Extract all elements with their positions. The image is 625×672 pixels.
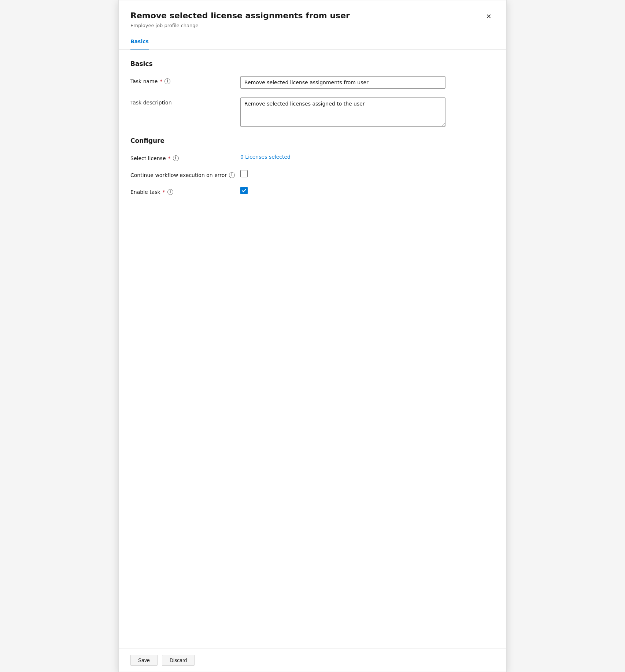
select-license-row: Select license * i 0 Licenses selected [130, 153, 495, 161]
title-area: Remove selected license assignments from… [130, 11, 483, 28]
select-license-label: Select license * i [130, 153, 240, 161]
continue-workflow-control [240, 170, 495, 177]
task-description-control: Remove selected licenses assigned to the… [240, 97, 495, 128]
continue-workflow-info-icon[interactable]: i [229, 172, 235, 178]
close-icon: ✕ [486, 13, 491, 20]
dialog-container: Remove selected license assignments from… [118, 0, 507, 672]
enable-task-info-icon[interactable]: i [167, 189, 173, 195]
task-description-row: Task description Remove selected license… [130, 97, 495, 128]
select-license-control: 0 Licenses selected [240, 153, 495, 160]
dialog-header: Remove selected license assignments from… [119, 0, 506, 34]
continue-workflow-label: Continue workflow execution on error i [130, 170, 240, 178]
basics-section-title: Basics [130, 60, 495, 67]
check-icon [241, 188, 247, 193]
close-button[interactable]: ✕ [483, 11, 495, 22]
dialog-content: Basics Task name * i Task description Re… [119, 50, 506, 649]
discard-button[interactable]: Discard [162, 655, 195, 666]
task-description-label: Task description [130, 97, 240, 106]
task-name-info-icon[interactable]: i [164, 78, 170, 84]
select-license-required: * [168, 155, 171, 161]
dialog-title: Remove selected license assignments from… [130, 11, 483, 21]
dialog-footer: Save Discard [119, 649, 506, 672]
tabs-bar: Basics [119, 34, 506, 50]
license-link[interactable]: 0 Licenses selected [240, 154, 291, 160]
continue-workflow-checkbox[interactable] [240, 170, 248, 177]
save-button[interactable]: Save [130, 655, 158, 666]
dialog-subtitle: Employee job profile change [130, 23, 483, 28]
enable-task-control [240, 187, 495, 194]
task-name-row: Task name * i [130, 76, 495, 89]
task-name-control [240, 76, 495, 89]
enable-task-checkbox-container [240, 187, 495, 194]
task-name-label: Task name * i [130, 76, 240, 84]
enable-task-label: Enable task * i [130, 187, 240, 195]
select-license-info-icon[interactable]: i [173, 155, 179, 161]
configure-section-title: Configure [130, 137, 495, 144]
configure-section: Configure Select license * i 0 Licenses … [130, 137, 495, 195]
enable-task-row: Enable task * i [130, 187, 495, 195]
enable-task-required: * [163, 189, 165, 195]
tab-basics[interactable]: Basics [130, 34, 149, 49]
continue-workflow-row: Continue workflow execution on error i [130, 170, 495, 178]
task-name-input[interactable] [240, 76, 445, 89]
task-description-input[interactable]: Remove selected licenses assigned to the… [240, 97, 445, 127]
task-name-required: * [160, 78, 162, 84]
continue-workflow-checkbox-container [240, 170, 495, 177]
enable-task-checkbox[interactable] [240, 187, 248, 194]
